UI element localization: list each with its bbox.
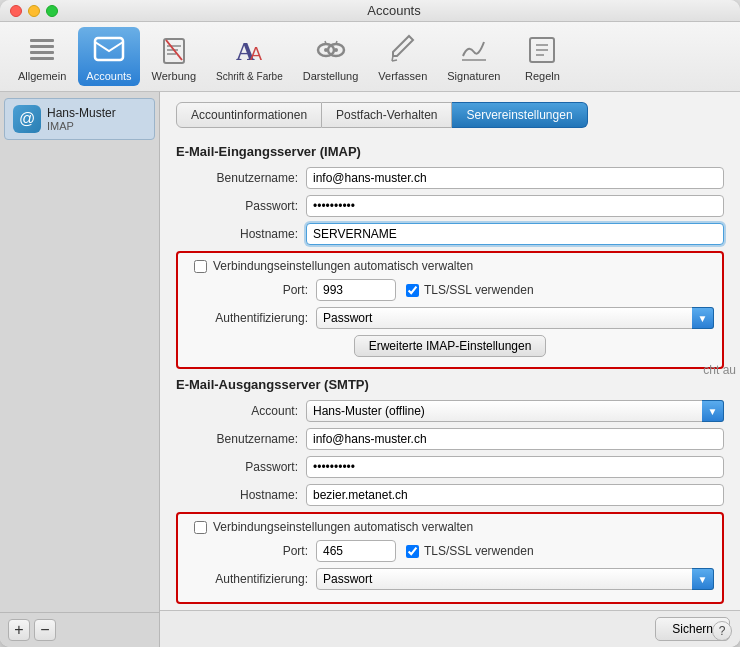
toolbar-signaturen[interactable]: Signaturen <box>439 27 508 86</box>
tab-bar: Accountinformationen Postfach-Verhalten … <box>160 92 740 128</box>
signaturen-label: Signaturen <box>447 70 500 82</box>
remove-account-button[interactable]: − <box>34 619 56 641</box>
smtp-auth-row: Authentifizierung: Passwort ▼ <box>186 568 714 590</box>
svg-rect-1 <box>30 45 54 48</box>
imap-advanced-button[interactable]: Erweiterte IMAP-Einstellungen <box>354 335 547 357</box>
sidebar-controls: + − <box>0 612 159 647</box>
imap-passwort-label: Passwort: <box>176 199 306 213</box>
imap-auth-select[interactable]: Passwort <box>316 307 714 329</box>
svg-rect-4 <box>95 38 123 60</box>
smtp-benutzername-input[interactable] <box>306 428 724 450</box>
tab-servereinstellungen[interactable]: Servereinstellungen <box>452 102 587 128</box>
imap-passwort-row: Passwort: <box>176 195 724 217</box>
schrift-icon: A A <box>230 32 268 70</box>
allgemein-icon <box>23 31 61 69</box>
imap-verbindung-label: Verbindungseinstellungen automatisch ver… <box>213 259 473 273</box>
werbung-label: Werbung <box>152 70 196 82</box>
signaturen-icon <box>455 31 493 69</box>
smtp-passwort-row: Passwort: <box>176 456 724 478</box>
imap-tls-checkbox[interactable] <box>406 284 419 297</box>
traffic-lights <box>10 5 58 17</box>
imap-port-input[interactable] <box>316 279 396 301</box>
toolbar: Allgemein Accounts Werbung <box>0 22 740 92</box>
svg-text:A: A <box>250 44 262 64</box>
svg-rect-0 <box>30 39 54 42</box>
imap-advanced-section: Verbindungseinstellungen automatisch ver… <box>176 251 724 369</box>
tab-accountinformationen[interactable]: Accountinformationen <box>176 102 322 128</box>
imap-verbindung-checkbox[interactable] <box>194 260 207 273</box>
toolbar-schrift[interactable]: A A Schrift & Farbe <box>208 28 291 86</box>
smtp-tls-label: TLS/SSL verwenden <box>424 544 534 558</box>
imap-tls-row: TLS/SSL verwenden <box>406 283 534 297</box>
help-button[interactable]: ? <box>712 621 732 641</box>
verfassen-label: Verfassen <box>378 70 427 82</box>
imap-auth-select-wrapper: Passwort ▼ <box>316 307 714 329</box>
allgemein-label: Allgemein <box>18 70 66 82</box>
imap-auth-row: Authentifizierung: Passwort ▼ <box>186 307 714 329</box>
smtp-port-row: Port: TLS/SSL verwenden <box>186 540 714 562</box>
regeln-label: Regeln <box>525 70 560 82</box>
toolbar-allgemein[interactable]: Allgemein <box>10 27 74 86</box>
smtp-auth-select-wrapper: Passwort ▼ <box>316 568 714 590</box>
smtp-auth-label: Authentifizierung: <box>186 572 316 586</box>
smtp-account-select-wrapper: Hans-Muster (offline) ▼ <box>306 400 724 422</box>
account-list: @ Hans-Muster IMAP <box>0 92 159 612</box>
titlebar: Accounts <box>0 0 740 22</box>
imap-auth-label: Authentifizierung: <box>186 311 316 325</box>
imap-hostname-input[interactable] <box>306 223 724 245</box>
tab-postfach[interactable]: Postfach-Verhalten <box>322 102 452 128</box>
smtp-tls-checkbox[interactable] <box>406 545 419 558</box>
smtp-hostname-input[interactable] <box>306 484 724 506</box>
maximize-button[interactable] <box>46 5 58 17</box>
svg-rect-2 <box>30 51 54 54</box>
svg-point-14 <box>324 48 328 52</box>
imap-btn-wrapper: Erweiterte IMAP-Einstellungen <box>186 335 714 357</box>
svg-line-19 <box>392 60 397 61</box>
smtp-account-label: Account: <box>176 404 306 418</box>
close-button[interactable] <box>10 5 22 17</box>
main-area: @ Hans-Muster IMAP + − Accountinformatio… <box>0 92 740 647</box>
smtp-hostname-row: Hostname: <box>176 484 724 506</box>
werbung-icon <box>155 31 193 69</box>
regeln-icon <box>523 31 561 69</box>
toolbar-accounts[interactable]: Accounts <box>78 27 139 86</box>
account-name: Hans-Muster <box>47 106 116 120</box>
svg-line-17 <box>336 41 337 44</box>
form-content: E-Mail-Eingangsserver (IMAP) Benutzernam… <box>160 128 740 610</box>
toolbar-darstellung[interactable]: Darstellung <box>295 27 367 86</box>
add-account-button[interactable]: + <box>8 619 30 641</box>
main-window: Accounts Allgemein Accounts <box>0 0 740 647</box>
minimize-button[interactable] <box>28 5 40 17</box>
smtp-account-row: Account: Hans-Muster (offline) ▼ <box>176 400 724 422</box>
smtp-account-select[interactable]: Hans-Muster (offline) <box>306 400 724 422</box>
smtp-passwort-input[interactable] <box>306 456 724 478</box>
account-icon: @ <box>13 105 41 133</box>
smtp-port-input[interactable] <box>316 540 396 562</box>
svg-rect-3 <box>30 57 54 60</box>
verfassen-icon <box>384 31 422 69</box>
imap-tls-label: TLS/SSL verwenden <box>424 283 534 297</box>
svg-line-16 <box>325 41 326 44</box>
account-info: Hans-Muster IMAP <box>47 106 116 132</box>
smtp-advanced-section: Verbindungseinstellungen automatisch ver… <box>176 512 724 604</box>
smtp-tls-row: TLS/SSL verwenden <box>406 544 534 558</box>
smtp-section-title: E-Mail-Ausgangsserver (SMTP) <box>176 377 724 392</box>
smtp-verbindung-checkbox[interactable] <box>194 521 207 534</box>
imap-benutzername-input[interactable] <box>306 167 724 189</box>
smtp-auth-select[interactable]: Passwort <box>316 568 714 590</box>
imap-benutzername-label: Benutzername: <box>176 171 306 185</box>
account-type: IMAP <box>47 120 116 132</box>
darstellung-icon <box>312 31 350 69</box>
toolbar-regeln[interactable]: Regeln <box>512 27 572 86</box>
imap-port-row: Port: TLS/SSL verwenden <box>186 279 714 301</box>
imap-hostname-label: Hostname: <box>176 227 306 241</box>
sidebar: @ Hans-Muster IMAP + − <box>0 92 160 647</box>
sidebar-item-hans-muster[interactable]: @ Hans-Muster IMAP <box>4 98 155 140</box>
imap-passwort-input[interactable] <box>306 195 724 217</box>
toolbar-verfassen[interactable]: Verfassen <box>370 27 435 86</box>
toolbar-werbung[interactable]: Werbung <box>144 27 204 86</box>
accounts-label: Accounts <box>86 70 131 82</box>
imap-benutzername-row: Benutzername: <box>176 167 724 189</box>
bottom-bar: Sichern <box>160 610 740 647</box>
accounts-icon <box>90 31 128 69</box>
